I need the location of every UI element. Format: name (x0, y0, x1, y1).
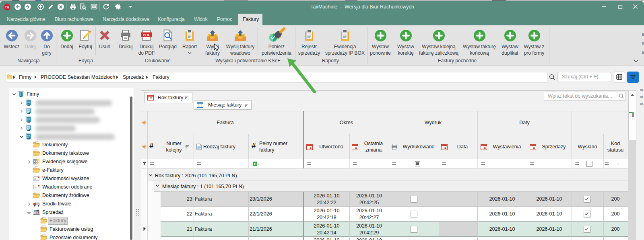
svg-text:PDF: PDF (143, 33, 151, 37)
svg-text:B: B (254, 162, 256, 166)
svg-text:a: a (251, 162, 253, 166)
svg-text:PDF: PDF (93, 6, 96, 8)
svg-text:c: c (258, 162, 260, 166)
svg-text:TM: TM (5, 6, 9, 9)
